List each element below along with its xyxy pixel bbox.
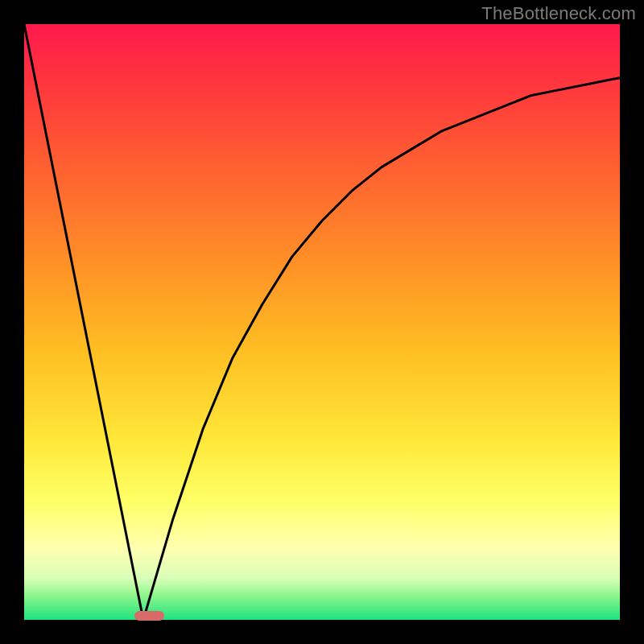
optimal-range-marker xyxy=(134,611,164,621)
plot-area xyxy=(24,24,620,620)
bottleneck-curve xyxy=(24,24,620,620)
watermark-text: TheBottleneck.com xyxy=(481,3,636,24)
curve-path xyxy=(24,24,620,620)
chart-frame: TheBottleneck.com xyxy=(0,0,644,644)
